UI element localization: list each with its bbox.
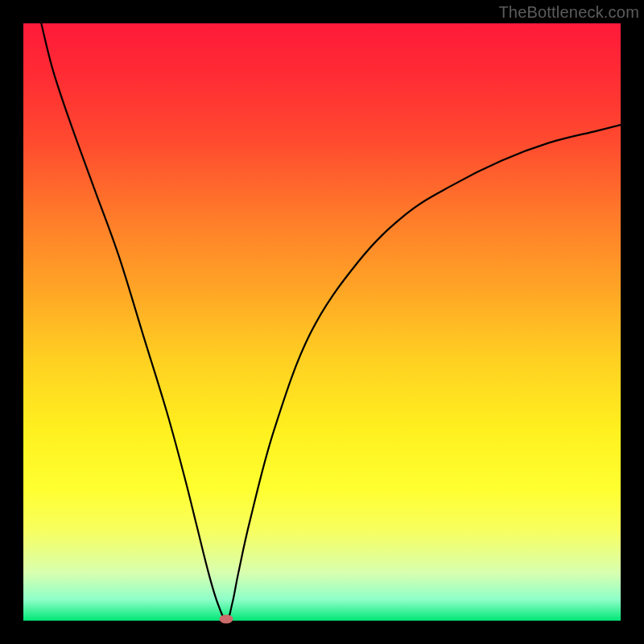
watermark-text: TheBottleneck.com <box>498 3 639 22</box>
chart-frame: TheBottleneck.com <box>0 0 644 644</box>
minimum-marker <box>220 615 233 624</box>
bottleneck-curve <box>23 23 621 621</box>
plot-area <box>23 23 621 621</box>
